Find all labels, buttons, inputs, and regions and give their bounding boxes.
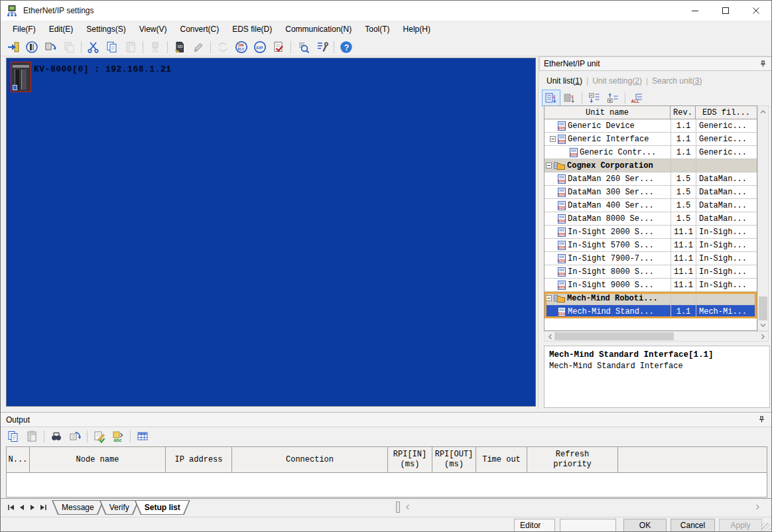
collapse-expander-icon[interactable] xyxy=(550,136,556,142)
tab-unit-setting-2[interactable]: Unit setting(2) xyxy=(589,75,645,87)
menu-edit-e-[interactable]: Edit(E) xyxy=(42,21,80,37)
output-column-header[interactable] xyxy=(618,447,767,472)
find-icon[interactable] xyxy=(47,429,66,445)
unit-row[interactable]: EDSIn-Sight 2000 S...11.1In-Sigh... xyxy=(545,226,757,239)
expand-all-icon[interactable] xyxy=(604,90,622,106)
next-tab-icon[interactable] xyxy=(27,502,38,513)
last-tab-icon[interactable] xyxy=(38,502,48,513)
output-column-header[interactable]: IP address xyxy=(166,447,232,472)
output-column-header[interactable]: RPI[IN] (ms) xyxy=(388,447,432,472)
edit-check-icon[interactable] xyxy=(90,429,109,445)
output-column-header[interactable]: RPI[OUT] (ms) xyxy=(432,447,476,472)
help-icon[interactable]: ? xyxy=(337,38,355,55)
scroll-right-icon[interactable] xyxy=(757,332,768,341)
unit-column-header[interactable]: Rev. xyxy=(671,106,696,119)
svg-text:EDS: EDS xyxy=(558,218,566,222)
tab-setup-list[interactable]: Setup list xyxy=(135,500,190,515)
scrollbar-thumb[interactable] xyxy=(554,332,674,340)
paste-icon[interactable] xyxy=(23,429,41,445)
output-column-header[interactable]: Connection xyxy=(232,447,388,472)
menu-tool-t-[interactable]: Tool(T) xyxy=(358,21,396,37)
splitter-handle[interactable] xyxy=(396,501,400,513)
pin-icon[interactable] xyxy=(759,60,767,68)
resize-grip[interactable] xyxy=(761,523,771,532)
unit-column-header[interactable]: EDS fil... xyxy=(696,106,757,119)
collapse-all-icon[interactable] xyxy=(585,90,604,106)
scroll-down-icon[interactable] xyxy=(758,320,768,330)
output-column-header[interactable]: Node name xyxy=(30,447,166,472)
exit-icon[interactable] xyxy=(4,38,23,55)
scroll-left-icon[interactable] xyxy=(545,332,555,341)
menu-settings-s-[interactable]: Settings(S) xyxy=(80,21,132,37)
search-unit-icon[interactable] xyxy=(294,38,312,55)
jump-icon[interactable] xyxy=(66,429,84,445)
unit-row[interactable]: EDSGeneric Contr...1.1Generic... xyxy=(545,146,757,159)
output-column-header[interactable]: Time out xyxy=(476,447,527,472)
unit-row[interactable]: EDSGeneric Device1.1Generic... xyxy=(545,119,757,133)
grid-setup-icon[interactable] xyxy=(133,429,152,445)
scroll-right-icon[interactable] xyxy=(753,501,762,513)
unit-eds-file-cell: In-Sigh... xyxy=(696,265,757,278)
tab-verify[interactable]: Verify xyxy=(99,500,139,515)
unit-list-horizontal-scrollbar[interactable] xyxy=(544,331,769,342)
menu-help-h-[interactable]: Help(H) xyxy=(397,21,437,37)
unit-row[interactable]: EDSDataMan 8000 Se...1.5DataMan... xyxy=(545,212,757,226)
tab-search-unit-3[interactable]: Search unit(3) xyxy=(649,75,705,87)
apply-button: Apply xyxy=(719,519,762,532)
unit-list-vertical-scrollbar[interactable] xyxy=(757,105,769,331)
collapse-expander-icon[interactable] xyxy=(546,163,552,168)
vendor-group-row[interactable]: Mech-Mind Roboti... xyxy=(545,292,757,305)
unit-row[interactable]: EDSIn-Sight 7900-7...11.1In-Sigh... xyxy=(545,252,757,265)
brush-icon[interactable] xyxy=(189,38,208,55)
sort-az-icon[interactable]: z xyxy=(542,90,560,106)
unit-setup-icon[interactable] xyxy=(312,38,331,55)
unit-row[interactable]: EDSIn-Sight 8000 S...11.1In-Sigh... xyxy=(545,265,757,279)
output-column-header[interactable]: N... xyxy=(7,447,30,472)
pin-icon[interactable] xyxy=(757,415,766,424)
unit-row[interactable]: EDSIn-Sight 5700 S...11.1In-Sigh... xyxy=(545,239,757,252)
convert-abc-icon[interactable]: abc xyxy=(109,429,127,445)
ok-button[interactable]: OK xyxy=(623,519,667,532)
tab-unit-list-1[interactable]: Unit list(1) xyxy=(543,75,586,87)
close-button[interactable] xyxy=(741,1,771,21)
scroll-left-icon[interactable] xyxy=(403,501,412,513)
plc-device-thumbnail[interactable] xyxy=(11,62,31,92)
unit-row[interactable]: EDSGeneric Interface1.1Generic... xyxy=(545,133,757,146)
scrollbar-thumb[interactable] xyxy=(759,297,767,320)
sd-card-icon[interactable]: SD xyxy=(170,38,189,55)
unit-monitor-icon[interactable] xyxy=(23,38,41,55)
unit-column-header[interactable]: Unit name xyxy=(545,106,671,119)
unit-row[interactable]: EDSDataMan 400 Ser...1.5DataMan... xyxy=(545,199,757,212)
unit-row[interactable]: EDSIn-Sight 9000 S...11.1In-Sigh... xyxy=(545,279,757,292)
cut-icon[interactable] xyxy=(84,38,103,55)
unit-name-cell: Mech-Mind Roboti... xyxy=(545,292,671,304)
menu-eds-file-d-[interactable]: EDS file(D) xyxy=(225,21,279,37)
unit-row[interactable]: EDSDataMan 300 Ser...1.5DataMan... xyxy=(545,186,757,199)
setup-list-horizontal-scrollbar[interactable] xyxy=(396,501,762,513)
unit-transfer-icon[interactable] xyxy=(41,38,60,55)
show-all-icon[interactable]: ALL xyxy=(628,90,647,106)
minimize-button[interactable] xyxy=(680,1,710,21)
vendor-group-row[interactable]: Cognex Corporation xyxy=(545,159,757,172)
collapse-expander-icon[interactable] xyxy=(546,295,552,301)
menu-convert-c-[interactable]: Convert(C) xyxy=(174,21,226,37)
verify-icon[interactable] xyxy=(269,38,288,55)
menu-communication-n-[interactable]: Communication(N) xyxy=(279,21,358,37)
unit-row[interactable]: EDSDataMan 260 Ser...1.5DataMan... xyxy=(545,172,757,186)
previous-tab-icon[interactable] xyxy=(17,502,27,513)
eip-monitor-icon[interactable]: EIP xyxy=(251,38,269,55)
sort-az-gray-icon[interactable]: z xyxy=(560,90,579,106)
first-tab-icon[interactable] xyxy=(6,502,17,513)
menu-file-f-[interactable]: File(F) xyxy=(6,21,42,37)
output-column-header[interactable]: Refresh priority xyxy=(527,447,618,472)
menu-view-v-[interactable]: View(V) xyxy=(133,21,174,37)
scroll-up-icon[interactable] xyxy=(758,106,768,117)
copy-icon[interactable] xyxy=(103,38,121,55)
cancel-button[interactable]: Cancel xyxy=(671,519,715,532)
maximize-button[interactable] xyxy=(710,1,741,21)
tab-message[interactable]: Message xyxy=(52,500,104,515)
copy-icon[interactable] xyxy=(4,429,23,445)
unit-row[interactable]: EDSMech-Mind Stand...1.1Mech-Mi... xyxy=(545,305,757,318)
unit-rev-cell: 11.1 xyxy=(671,265,696,278)
dm-rly-monitor-icon[interactable]: DMRLY xyxy=(232,38,251,55)
